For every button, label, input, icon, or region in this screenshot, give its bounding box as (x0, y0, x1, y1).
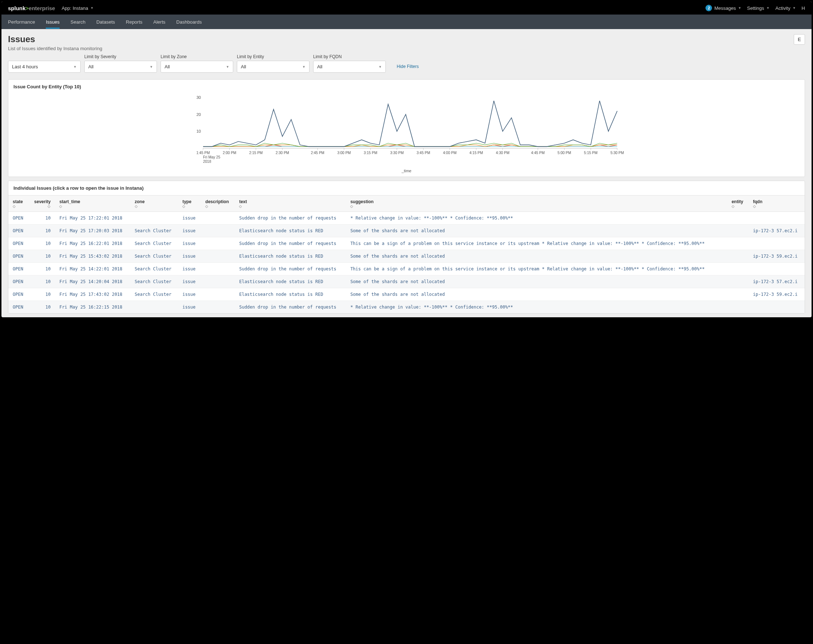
cell-text: Elasticsearch node status is RED (235, 288, 346, 301)
svg-text:20: 20 (196, 112, 201, 117)
col-header-suggestion[interactable]: suggestion◇ (346, 196, 727, 212)
page-action-button[interactable]: E (794, 34, 805, 45)
activity-menu[interactable]: Activity▼ (776, 5, 796, 11)
table-row[interactable]: OPEN10Fri May 25 16:22:01 2018Search Clu… (8, 237, 805, 250)
app-switcher[interactable]: App: Instana▼ (62, 5, 94, 11)
sort-icon: ◇ (239, 205, 341, 208)
table-title: Individual Issues (click a row to open t… (8, 181, 805, 195)
zone-select[interactable]: All▼ (161, 61, 233, 73)
table-row[interactable]: OPEN10Fri May 25 17:20:03 2018Search Clu… (8, 225, 805, 237)
svg-text:3:45 PM: 3:45 PM (416, 151, 430, 155)
sort-icon: ◇ (350, 205, 723, 208)
filter-label-entity: Limit by Entity (237, 54, 309, 59)
nav-item-search[interactable]: Search (70, 15, 85, 29)
col-header-zone[interactable]: zone◇ (130, 196, 178, 212)
chart-x-axis-label: _time (14, 169, 799, 173)
filter-bar: Last 4 hours▼ Limit by Severity All▼ Lim… (2, 54, 811, 75)
page-title: Issues (8, 34, 102, 44)
table-row[interactable]: OPEN10Fri May 25 15:43:02 2018Search Clu… (8, 250, 805, 263)
svg-text:2:45 PM: 2:45 PM (311, 151, 325, 155)
cell-fqdn: ip-172-3 59.ec2.i (749, 288, 805, 301)
nav-item-reports[interactable]: Reports (126, 15, 143, 29)
svg-text:4:45 PM: 4:45 PM (531, 151, 545, 155)
col-header-fqdn[interactable]: fqdn◇ (749, 196, 805, 212)
cell-fqdn (749, 237, 805, 250)
col-header-severity[interactable]: severity◇ (29, 196, 55, 212)
cell-start_time: Fri May 25 14:20:04 2018 (55, 276, 130, 288)
messages-badge: 2 (706, 5, 712, 11)
cell-severity: 10 (29, 288, 55, 301)
cell-text: Sudden drop in the number of requests (235, 212, 346, 225)
caret-down-icon: ▼ (738, 6, 741, 10)
time-range-select[interactable]: Last 4 hours▼ (8, 61, 81, 73)
issues-table: state◇severity◇start_time◇zone◇type◇desc… (8, 195, 805, 313)
caret-down-icon: ▼ (73, 65, 77, 69)
table-row[interactable]: OPEN10Fri May 25 17:43:02 2018Search Clu… (8, 288, 805, 301)
entity-select[interactable]: All▼ (237, 61, 309, 73)
table-row[interactable]: OPEN10Fri May 25 14:22:01 2018Search Clu… (8, 263, 805, 276)
svg-text:2:00 PM: 2:00 PM (223, 151, 236, 155)
messages-menu[interactable]: 2 Messages▼ (706, 5, 741, 11)
caret-down-icon: ▼ (226, 65, 229, 69)
cell-description (201, 276, 235, 288)
svg-text:Fri May 25: Fri May 25 (203, 155, 220, 159)
cell-start_time: Fri May 25 16:22:15 2018 (55, 301, 130, 314)
svg-text:4:00 PM: 4:00 PM (443, 151, 457, 155)
fqdn-select[interactable]: All▼ (313, 61, 386, 73)
svg-text:3:15 PM: 3:15 PM (364, 151, 377, 155)
settings-menu[interactable]: Settings▼ (747, 5, 770, 11)
filter-label-fqdn: Limit by FQDN (313, 54, 386, 59)
table-row[interactable]: OPEN10Fri May 25 17:22:01 2018issueSudde… (8, 212, 805, 225)
nav-item-dashboards[interactable]: Dashboards (176, 15, 202, 29)
col-header-start_time[interactable]: start_time◇ (55, 196, 130, 212)
cell-suggestion: This can be a sign of a problem on this … (346, 237, 727, 250)
cell-text: Sudden drop in the number of requests (235, 263, 346, 276)
cell-suggestion: * Relative change in value: **-100%** * … (346, 212, 727, 225)
cell-entity (727, 212, 749, 225)
chart-title: Issue Count by Entity (Top 10) (8, 80, 805, 94)
issue-count-chart[interactable]: 1020301:45 PM2:00 PM2:15 PM2:30 PM2:45 P… (14, 94, 799, 166)
page-header: Issues List of Issues identified by Inst… (2, 29, 811, 54)
cell-text: Elasticsearch node status is RED (235, 250, 346, 263)
help-menu[interactable]: H (802, 5, 805, 11)
caret-down-icon: ▼ (767, 6, 770, 10)
col-header-description[interactable]: description◇ (201, 196, 235, 212)
svg-text:2:15 PM: 2:15 PM (249, 151, 263, 155)
cell-description (201, 288, 235, 301)
cell-fqdn: ip-172-3 59.ec2.i (749, 250, 805, 263)
cell-severity: 10 (29, 276, 55, 288)
col-header-type[interactable]: type◇ (178, 196, 201, 212)
sort-icon: ◇ (13, 205, 24, 208)
cell-suggestion: Some of the shards are not allocated (346, 288, 727, 301)
col-header-entity[interactable]: entity◇ (727, 196, 749, 212)
svg-text:3:00 PM: 3:00 PM (337, 151, 351, 155)
cell-zone: Search Cluster (130, 288, 178, 301)
cell-text: Sudden drop in the number of requests (235, 301, 346, 314)
nav-item-alerts[interactable]: Alerts (153, 15, 165, 29)
cell-suggestion: Some of the shards are not allocated (346, 250, 727, 263)
nav-item-issues[interactable]: Issues (46, 15, 60, 29)
cell-entity (727, 250, 749, 263)
brand-logo: splunk>enterprise (8, 5, 55, 11)
caret-down-icon: ▼ (302, 65, 306, 69)
table-panel: Individual Issues (click a row to open t… (8, 181, 805, 314)
cell-description (201, 225, 235, 237)
nav-item-performance[interactable]: Performance (8, 15, 35, 29)
hide-filters-link[interactable]: Hide Filters (397, 58, 419, 69)
sort-icon: ◇ (135, 205, 174, 208)
cell-start_time: Fri May 25 16:22:01 2018 (55, 237, 130, 250)
cell-entity (727, 263, 749, 276)
caret-down-icon: ▼ (90, 6, 94, 10)
cell-fqdn: ip-172-3 57.ec2.i (749, 225, 805, 237)
severity-select[interactable]: All▼ (84, 61, 157, 73)
cell-zone: Search Cluster (130, 263, 178, 276)
nav-item-datasets[interactable]: Datasets (96, 15, 115, 29)
table-row[interactable]: OPEN10Fri May 25 16:22:15 2018issueSudde… (8, 301, 805, 314)
col-header-state[interactable]: state◇ (8, 196, 29, 212)
table-row[interactable]: OPEN10Fri May 25 14:20:04 2018Search Clu… (8, 276, 805, 288)
svg-text:4:30 PM: 4:30 PM (496, 151, 509, 155)
cell-severity: 10 (29, 250, 55, 263)
svg-text:1:45 PM: 1:45 PM (196, 151, 210, 155)
sort-icon: ◇ (182, 205, 196, 208)
col-header-text[interactable]: text◇ (235, 196, 346, 212)
